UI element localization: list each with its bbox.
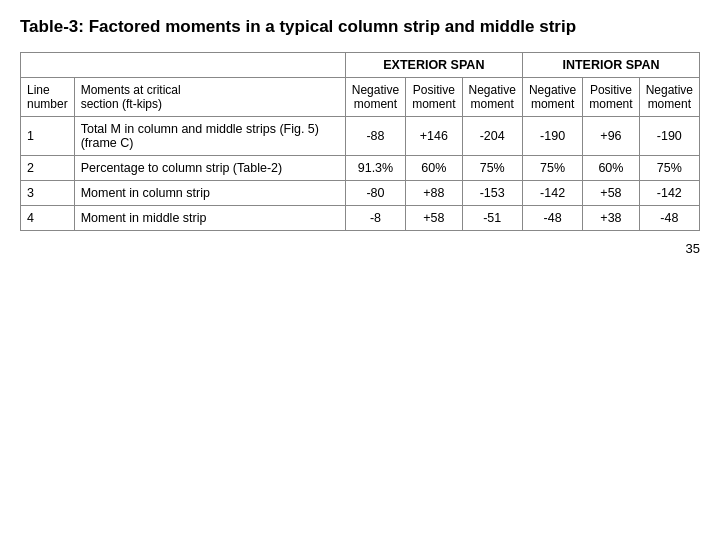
page-title: Table-3: Factored moments in a typical c… (20, 16, 700, 38)
ext-neg: 91.3% (345, 156, 405, 181)
table-row: 1Total M in column and middle strips (Fi… (21, 117, 700, 156)
row-desc: Moment in middle strip (74, 206, 345, 231)
table-row: 3Moment in column strip-80+88-153-142+58… (21, 181, 700, 206)
col-header-int-neg: Negativemoment (522, 78, 582, 117)
ext-neg2: -153 (462, 181, 522, 206)
col-header-ext-pos: Positivemoment (406, 78, 462, 117)
ext-neg2: -51 (462, 206, 522, 231)
int-neg: -142 (522, 181, 582, 206)
row-desc: Total M in column and middle strips (Fig… (74, 117, 345, 156)
int-pos: +58 (583, 181, 639, 206)
table-row: 4Moment in middle strip-8+58-51-48+38-48 (21, 206, 700, 231)
int-neg: -190 (522, 117, 582, 156)
int-neg2: 75% (639, 156, 699, 181)
int-pos: 60% (583, 156, 639, 181)
col-header-int-pos: Positivemoment (583, 78, 639, 117)
col-header-ext-neg: Negativemoment (345, 78, 405, 117)
line-num: 3 (21, 181, 75, 206)
int-neg2: -142 (639, 181, 699, 206)
col-header-int-neg2: Negativemoment (639, 78, 699, 117)
int-neg: 75% (522, 156, 582, 181)
row-desc: Percentage to column strip (Table-2) (74, 156, 345, 181)
exterior-span-header: EXTERIOR SPAN (345, 53, 522, 78)
int-neg2: -48 (639, 206, 699, 231)
col-header-moments: Moments at criticalsection (ft-kips) (74, 78, 345, 117)
line-num: 4 (21, 206, 75, 231)
col-header-ext-neg2: Negativemoment (462, 78, 522, 117)
table-row: 2Percentage to column strip (Table-2)91.… (21, 156, 700, 181)
ext-neg: -8 (345, 206, 405, 231)
row-desc: Moment in column strip (74, 181, 345, 206)
col-header-line: Linenumber (21, 78, 75, 117)
int-pos: +38 (583, 206, 639, 231)
ext-pos: +58 (406, 206, 462, 231)
line-num: 1 (21, 117, 75, 156)
interior-span-header: INTERIOR SPAN (522, 53, 699, 78)
ext-pos: +88 (406, 181, 462, 206)
ext-neg2: 75% (462, 156, 522, 181)
ext-neg: -88 (345, 117, 405, 156)
ext-pos: +146 (406, 117, 462, 156)
ext-neg: -80 (345, 181, 405, 206)
main-table: EXTERIOR SPAN INTERIOR SPAN Linenumber M… (20, 52, 700, 231)
int-pos: +96 (583, 117, 639, 156)
int-neg2: -190 (639, 117, 699, 156)
int-neg: -48 (522, 206, 582, 231)
ext-neg2: -204 (462, 117, 522, 156)
line-num: 2 (21, 156, 75, 181)
ext-pos: 60% (406, 156, 462, 181)
page-number: 35 (20, 241, 700, 256)
